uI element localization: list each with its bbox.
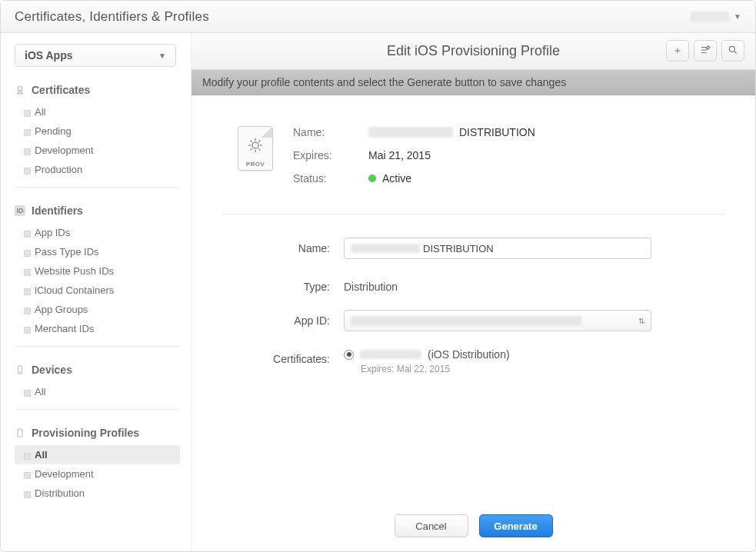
sidebar-item-app-ids[interactable]: App IDs	[15, 223, 180, 242]
search-button[interactable]	[721, 40, 744, 62]
redacted-text	[368, 127, 453, 138]
account-name-redacted	[691, 12, 729, 22]
device-icon	[15, 364, 25, 375]
summary-status-label: Status:	[293, 172, 355, 185]
name-input[interactable]: DISTRIBUTION	[344, 238, 651, 259]
profile-summary: PROV Name: DISTRIBUTION Expires: Mai 21,…	[191, 95, 755, 214]
redacted-text	[351, 316, 581, 325]
sidebar-section-identifiers[interactable]: ID Identifiers	[15, 201, 180, 220]
form-type-value: Distribution	[344, 276, 724, 293]
sidebar-item-pending[interactable]: Pending	[15, 121, 180, 141]
summary-expires-label: Expires:	[293, 149, 355, 161]
ribbon-icon	[15, 85, 25, 95]
account-menu[interactable]: ▼	[691, 12, 741, 22]
id-badge-icon: ID	[15, 205, 25, 216]
radio-selected-icon	[344, 350, 354, 360]
main-header: Edit iOS Provisioning Profile ＋	[191, 33, 755, 70]
sidebar-item-profiles-distribution[interactable]: Distribution	[15, 484, 180, 503]
status-dot-icon	[368, 175, 376, 182]
form-certificates-label: Certificates:	[222, 348, 330, 365]
platform-select-label: iOS Apps	[25, 49, 73, 62]
form-name-label: Name:	[222, 238, 330, 254]
svg-point-2	[20, 372, 21, 373]
sidebar-item-development[interactable]: Development	[15, 141, 180, 160]
search-icon	[728, 45, 738, 58]
app-id-select[interactable]: ⇅	[344, 310, 651, 331]
main-title: Edit iOS Provisioning Profile	[387, 43, 560, 59]
certificate-expires: Expires: Mai 22, 2015	[361, 364, 724, 374]
svg-point-4	[252, 142, 258, 148]
sidebar-item-devices-all[interactable]: All	[15, 382, 180, 401]
edit-button[interactable]	[694, 40, 717, 62]
main-panel: Edit iOS Provisioning Profile ＋ Modify y…	[191, 33, 755, 551]
add-button[interactable]: ＋	[666, 40, 689, 62]
summary-expires-value: Mai 21, 2015	[368, 149, 535, 161]
sidebar-item-merchant-ids[interactable]: Merchant IDs	[15, 319, 180, 338]
document-icon	[15, 427, 25, 438]
chevron-down-icon: ▼	[158, 52, 166, 60]
sidebar-item-profiles-development[interactable]: Development	[15, 464, 180, 484]
sidebar-section-certificates[interactable]: Certificates	[15, 81, 180, 99]
summary-name-label: Name:	[293, 126, 355, 138]
sidebar-item-website-push-ids[interactable]: Website Push IDs	[15, 261, 180, 281]
sidebar-section-devices[interactable]: Devices	[15, 361, 180, 379]
redacted-text	[351, 244, 420, 253]
form-type-label: Type:	[222, 276, 330, 293]
plus-icon: ＋	[672, 44, 683, 58]
chevron-down-icon: ▼	[734, 12, 741, 21]
sidebar-item-production[interactable]: Production	[15, 160, 180, 179]
redacted-text	[360, 350, 421, 359]
certificate-option[interactable]: (iOS Distribution)	[344, 348, 724, 361]
edit-form: Name: DISTRIBUTION Type: Distribution Ap…	[191, 214, 755, 437]
platform-select[interactable]: iOS Apps ▼	[15, 44, 176, 67]
prov-icon-label: PROV	[238, 161, 272, 168]
cancel-button[interactable]: Cancel	[395, 514, 468, 537]
provisioning-profile-icon: PROV	[238, 126, 273, 171]
sidebar-item-pass-type-ids[interactable]: Pass Type IDs	[15, 242, 180, 261]
form-appid-label: App ID:	[222, 310, 330, 327]
summary-name-value: DISTRIBUTION	[368, 126, 535, 138]
page-title: Certificates, Identifiers & Profiles	[15, 9, 209, 25]
select-arrows-icon: ⇅	[638, 317, 644, 325]
sidebar-section-profiles[interactable]: Provisioning Profiles	[15, 424, 180, 442]
edit-icon	[699, 45, 711, 58]
subheader: Modify your profile contents and select …	[191, 70, 755, 95]
top-header: Certificates, Identifiers & Profiles ▼	[1, 1, 755, 33]
sidebar-item-icloud-containers[interactable]: iCloud Containers	[15, 281, 180, 300]
svg-point-0	[18, 86, 22, 91]
sidebar-item-all[interactable]: All	[15, 102, 180, 121]
svg-point-3	[729, 46, 734, 52]
summary-status-value: Active	[368, 172, 535, 185]
sidebar-item-profiles-all[interactable]: All	[15, 445, 180, 464]
sidebar-item-app-groups[interactable]: App Groups	[15, 300, 180, 319]
generate-button[interactable]: Generate	[479, 514, 553, 537]
sidebar: iOS Apps ▼ Certificates All Pending Deve…	[1, 33, 191, 551]
